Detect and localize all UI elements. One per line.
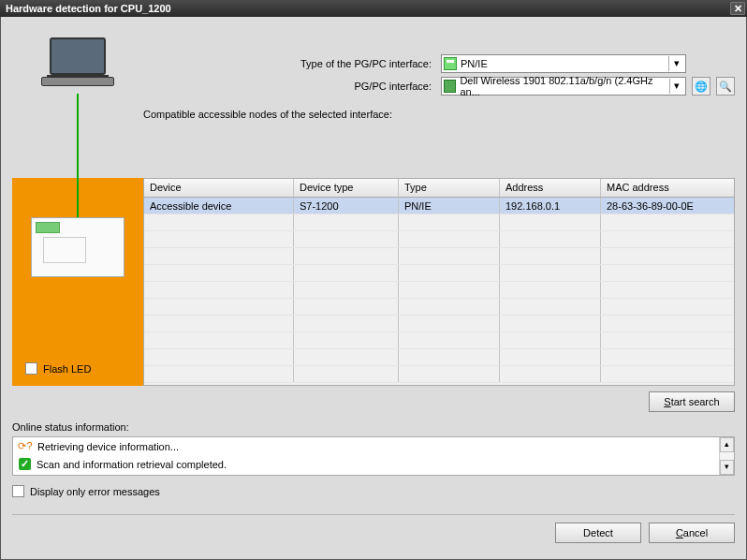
connection-line-icon	[77, 178, 79, 217]
table-body: Accessible device S7-1200 PN/IE 192.168.…	[144, 198, 734, 385]
pgpc-if-value: Dell Wireless 1901 802.11a/b/g/n (2.4GHz…	[460, 75, 665, 97]
interface-form: Type of the PG/PC interface: PN/IE ▾ PG/…	[143, 28, 735, 178]
pgpc-type-label: Type of the PG/PC interface:	[300, 58, 435, 69]
device-panel: Flash LED	[12, 178, 143, 386]
pgpc-interface-dropdown[interactable]: Dell Wireless 1901 802.11a/b/g/n (2.4GHz…	[441, 77, 686, 96]
dialog-footer: Detect CancelCancel	[12, 523, 735, 543]
scroll-down-icon[interactable]: ▾	[720, 460, 734, 475]
display-errors-label: Display only error messages	[30, 486, 160, 497]
titlebar: Hardware detection for CPU_1200 ✕	[0, 0, 747, 17]
loading-icon: ⟳?	[19, 440, 32, 453]
connection-line-icon	[77, 94, 79, 178]
search-interface-button[interactable]: 🔍	[716, 77, 735, 96]
adapter-icon	[444, 80, 456, 93]
configure-interface-button[interactable]: 🌐	[692, 77, 710, 96]
cell-device-type: S7-1200	[294, 198, 399, 214]
flash-led-label: Flash LED	[43, 363, 91, 375]
cell-device: Accessible device	[144, 198, 294, 214]
cell-type: PN/IE	[399, 198, 500, 214]
dialog-client: Type of the PG/PC interface: PN/IE ▾ PG/…	[0, 17, 747, 560]
pgpc-if-label: PG/PC interface:	[354, 81, 435, 92]
chevron-down-icon: ▾	[668, 56, 683, 71]
chevron-down-icon: ▾	[669, 79, 683, 94]
cell-mac: 28-63-36-89-00-0E	[601, 198, 734, 214]
status-line: ✓ Scan and information retrieval complet…	[13, 455, 734, 473]
display-errors-checkbox[interactable]	[12, 485, 24, 497]
flash-led-checkbox[interactable]	[25, 362, 37, 375]
cancel-button[interactable]: CancelCancel	[649, 523, 735, 543]
status-text: Retrieving device information...	[37, 441, 179, 452]
pgpc-type-value: PN/IE	[461, 58, 488, 69]
col-mac[interactable]: MAC address	[601, 179, 734, 197]
status-caption: Online status information:	[12, 421, 735, 433]
table-row[interactable]: Accessible device S7-1200 PN/IE 192.168.…	[144, 198, 734, 214]
scrollbar[interactable]: ▴ ▾	[719, 437, 734, 475]
status-listbox: ⟳? Retrieving device information... ✓ Sc…	[12, 436, 735, 476]
table-header: Device Device type Type Address MAC addr…	[144, 179, 734, 198]
window-title: Hardware detection for CPU_1200	[6, 3, 171, 14]
cell-address: 192.168.0.1	[500, 198, 601, 214]
spacer	[692, 54, 710, 73]
status-line: ⟳? Retrieving device information...	[13, 437, 734, 455]
pgpc-type-dropdown[interactable]: PN/IE ▾	[441, 54, 686, 73]
col-address[interactable]: Address	[500, 179, 601, 197]
pnie-icon	[444, 57, 457, 70]
laptop-column	[12, 28, 143, 178]
dialog-window: Hardware detection for CPU_1200 ✕ Type o…	[0, 0, 747, 560]
laptop-icon	[40, 37, 115, 94]
success-icon: ✓	[19, 458, 31, 470]
status-text: Scan and information retrieval completed…	[37, 459, 227, 470]
detect-button[interactable]: Detect	[555, 523, 641, 543]
start-search-button[interactable]: SStart searchtart search	[649, 391, 735, 412]
col-device-type[interactable]: Device type	[294, 179, 399, 197]
spacer	[716, 54, 735, 73]
close-icon[interactable]: ✕	[730, 2, 745, 15]
scroll-up-icon[interactable]: ▴	[720, 437, 734, 452]
middle-area: Flash LED Device Device type Type Addres…	[12, 178, 735, 386]
divider	[12, 514, 735, 515]
col-type[interactable]: Type	[399, 179, 500, 197]
col-device[interactable]: Device	[144, 179, 294, 197]
plc-icon	[31, 217, 124, 277]
top-area: Type of the PG/PC interface: PN/IE ▾ PG/…	[12, 28, 735, 178]
nodes-caption: Compatible accessible nodes of the selec…	[143, 109, 735, 120]
nodes-table: Device Device type Type Address MAC addr…	[143, 178, 735, 386]
